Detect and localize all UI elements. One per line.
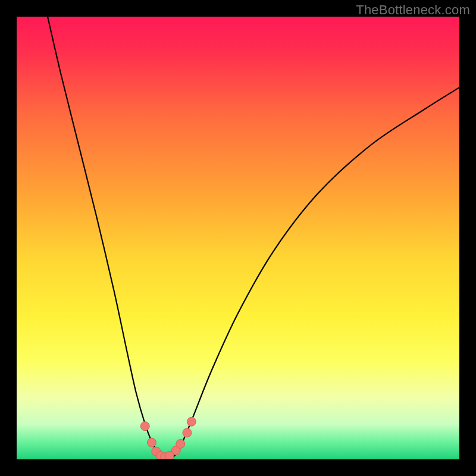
bottleneck-chart [17,17,459,459]
marker-dot [183,428,192,437]
chart-frame: TheBottleneck.com [0,0,476,476]
gradient-background [17,17,459,459]
plot-area [17,17,459,459]
marker-dot [140,422,149,431]
watermark-text: TheBottleneck.com [356,2,470,18]
marker-dot [147,438,156,447]
marker-dot [176,439,185,448]
marker-dot [187,417,196,426]
